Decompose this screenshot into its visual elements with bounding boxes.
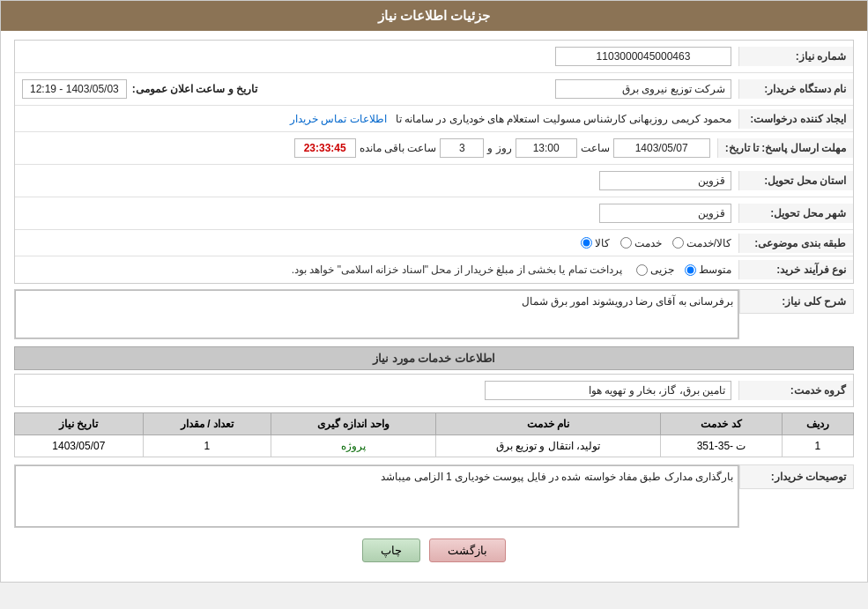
general-desc-value: برفرسانی به آقای رضا درویشوند امور برق ش… [15,290,738,338]
cell-name: تولید، انتقال و توزیع برق [435,435,661,457]
need-number-label: شماره نیاز: [738,47,853,66]
announce-value: 1403/05/03 - 12:19 [22,79,127,99]
category-label-1: کالا [595,237,610,249]
purchase-label-2: متوسط [699,264,731,276]
deadline-date-box: 1403/05/07 [613,138,710,158]
col-header-code: کد خدمت [661,413,782,435]
table-header-row: ردیف کد خدمت نام خدمت واحد اندازه گیری ت… [15,413,854,435]
category-option-3[interactable]: کالا/خدمت [672,237,731,249]
creator-text: محمود کریمی روزبهانی کارشناس مسولیت استع… [396,113,731,125]
content-area: شماره نیاز: 1103000045000463 نام دستگاه … [1,31,867,582]
col-header-quantity: تعداد / مقدار [143,413,271,435]
service-group-box: تامین برق، گاز، بخار و تهویه هوا [485,381,731,400]
category-radio-group: کالا/خدمت خدمت کالا [22,237,731,249]
buyer-desc-row: توصیحات خریدار: بارگذاری مدارک طبق مفاد … [14,464,854,528]
creator-value: محمود کریمی روزبهانی کارشناس مسولیت استع… [15,109,738,129]
province-value: قزوین [15,167,738,194]
cell-code: ت -35-351 [661,435,782,457]
need-number-row: شماره نیاز: 1103000045000463 [15,41,853,73]
category-option-1[interactable]: کالا [581,237,610,249]
purchase-type-value: متوسط جزیی پرداخت تمام یا بخشی از مبلغ خ… [15,260,738,279]
category-radio-3[interactable] [672,237,684,249]
purchase-note: پرداخت تمام یا بخشی از مبلغ خریدار از مح… [292,264,622,276]
city-label: شهر محل تحویل: [738,204,853,223]
service-group-label: گروه خدمت: [738,381,853,400]
general-desc-label: شرح کلی نیاز: [739,289,854,314]
category-value: کالا/خدمت خدمت کالا [15,234,738,253]
purchase-type-row: نوع فرآیند خرید: متوسط جزیی [15,256,853,283]
buyer-desc-container: بارگذاری مدارک طبق مفاد خواسته شده در فا… [14,464,739,528]
service-group-row: گروه خدمت: تامین برق، گاز، بخار و تهویه … [14,374,854,407]
buyer-org-label: نام دستگاه خریدار: [738,79,853,99]
purchase-label-1: جزیی [650,264,674,276]
deadline-time-label: ساعت [581,142,610,154]
buyer-desc-value: بارگذاری مدارک طبق مفاد خواسته شده در فا… [15,465,738,527]
creator-row: ایجاد کننده درخواست: محمود کریمی روزبهان… [15,106,853,132]
creator-label: ایجاد کننده درخواست: [738,109,853,129]
deadline-row: مهلت ارسال پاسخ: تا تاریخ: 1403/05/07 سا… [15,132,853,165]
buttons-row: بازگشت چاپ [14,538,854,562]
col-header-name: نام خدمت [435,413,661,435]
general-desc-container: برفرسانی به آقای رضا درویشوند امور برق ش… [14,289,739,339]
deadline-remaining-label: ساعت باقی مانده [360,142,437,154]
cell-row: 1 [782,435,853,457]
service-group-value: تامین برق، گاز، بخار و تهویه هوا [15,377,738,404]
cell-unit: پروژه [271,435,435,457]
announce-label: تاریخ و ساعت اعلان عمومی: [132,83,257,95]
general-desc-row: شرح کلی نیاز: برفرسانی به آقای رضا درویش… [14,289,854,339]
col-header-row: ردیف [782,413,853,435]
purchase-radio-1[interactable] [636,264,648,276]
category-radio-2[interactable] [620,237,632,249]
province-box: قزوین [599,171,731,190]
need-number-value: 1103000045000463 [15,43,738,70]
table-row: 1 ت -35-351 تولید، انتقال و توزیع برق پر… [15,435,854,457]
page-title: جزئیات اطلاعات نیاز [1,1,867,31]
services-section-header: اطلاعات خدمات مورد نیاز [14,346,854,370]
category-label-2: خدمت [634,237,662,249]
page-wrapper: جزئیات اطلاعات نیاز شماره نیاز: 11030000… [0,0,868,583]
deadline-remaining-box: 23:33:45 [294,138,356,158]
city-box: قزوین [599,204,731,223]
purchase-option-2[interactable]: متوسط [685,264,731,276]
category-label: طبقه بندی موضوعی: [738,234,853,253]
purchase-type-label: نوع فرآیند خرید: [738,260,853,279]
buyer-org-box: شرکت توزیع نیروی برق [555,79,731,99]
buyer-desc-label: توصیحات خریدار: [739,464,854,489]
cell-quantity: 1 [143,435,271,457]
deadline-days-label: روز و [487,142,511,154]
creator-link[interactable]: اطلاعات تماس خریدار [290,113,387,125]
col-header-unit: واحد اندازه گیری [271,413,435,435]
need-number-box: 1103000045000463 [555,47,731,66]
purchase-radio-group: متوسط جزیی [636,264,731,276]
province-row: استان محل تحویل: قزوین [15,165,853,197]
services-table: ردیف کد خدمت نام خدمت واحد اندازه گیری ت… [14,412,854,457]
print-button[interactable]: چاپ [362,538,420,562]
buyer-org-value: شرکت توزیع نیروی برق تاریخ و ساعت اعلان … [15,76,738,102]
header-title-text: جزئیات اطلاعات نیاز [378,8,490,23]
deadline-time-box: 13:00 [516,138,577,158]
purchase-radio-2[interactable] [685,264,696,276]
category-row: طبقه بندی موضوعی: کالا/خدمت خدمت کالا [15,230,853,256]
cell-date: 1403/05/07 [15,435,144,457]
col-header-date: تاریخ نیاز [15,413,144,435]
city-row: شهر محل تحویل: قزوین [15,197,853,230]
category-radio-1[interactable] [581,237,592,249]
buyer-org-row: نام دستگاه خریدار: شرکت توزیع نیروی برق … [15,73,853,106]
province-label: استان محل تحویل: [738,171,853,190]
main-info-section: شماره نیاز: 1103000045000463 نام دستگاه … [14,40,854,284]
deadline-days-box: 3 [440,138,484,158]
deadline-label: مهلت ارسال پاسخ: تا تاریخ: [717,138,853,158]
deadline-value: 1403/05/07 ساعت 13:00 روز و 3 ساعت باقی … [15,135,717,161]
category-option-2[interactable]: خدمت [620,237,662,249]
city-value: قزوین [15,200,738,227]
back-button[interactable]: بازگشت [429,538,506,562]
category-label-3: کالا/خدمت [686,237,731,249]
purchase-option-1[interactable]: جزیی [636,264,674,276]
